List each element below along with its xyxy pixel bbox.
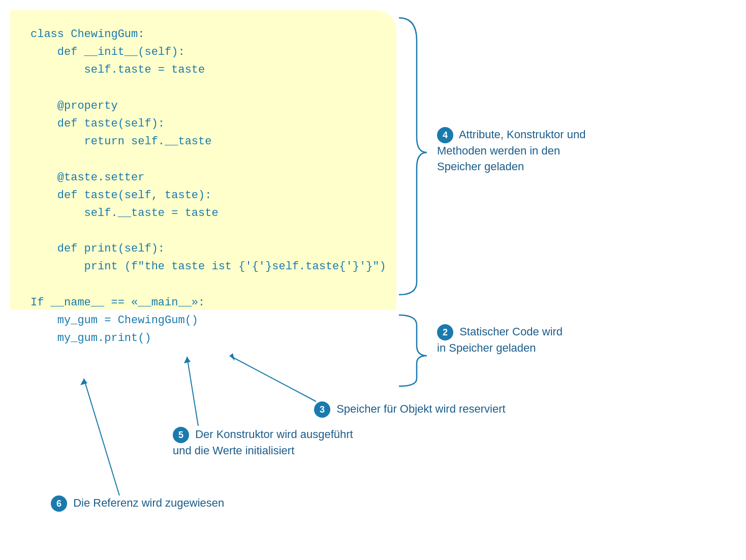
code-line-16: If __name__ == «__main__»:: [30, 294, 376, 312]
annotation-3-text: Speicher für Objekt wird reserviert: [336, 402, 506, 415]
annotation-5-number: 5: [173, 427, 189, 443]
annotation-3-number: 3: [314, 401, 330, 418]
code-line-2: def __init__(self):: [30, 43, 376, 61]
annotation-2-text: Statischer Code wirdin Speicher geladen: [437, 325, 563, 354]
annotation-4-text: Attribute, Konstruktor undMethoden werde…: [437, 128, 585, 173]
svg-marker-3: [184, 357, 191, 363]
annotation-2: 2 Statischer Code wirdin Speicher gelade…: [437, 324, 563, 356]
code-line-15: [30, 276, 376, 294]
code-line-1: class ChewingGum:: [30, 25, 376, 43]
code-line-3: self.taste = taste: [30, 61, 376, 79]
svg-line-4: [84, 379, 119, 495]
code-line-10: def taste(self, taste):: [30, 186, 376, 204]
svg-line-0: [230, 356, 316, 401]
code-line-18: my_gum.print(): [30, 329, 376, 347]
annotation-6: 6 Die Referenz wird zugewiesen: [51, 495, 224, 512]
annotation-4: 4 Attribute, Konstruktor undMethoden wer…: [437, 127, 585, 175]
annotation-3: 3 Speicher für Objekt wird reserviert: [314, 401, 506, 418]
annotation-4-number: 4: [437, 127, 453, 143]
code-line-12: [30, 222, 376, 240]
code-line-4: [30, 79, 376, 97]
annotation-6-number: 6: [51, 495, 67, 512]
annotation-6-text: Die Referenz wird zugewiesen: [73, 496, 224, 509]
code-line-13: def print(self):: [30, 240, 376, 258]
code-line-11: self.__taste = taste: [30, 204, 376, 222]
svg-marker-5: [80, 379, 87, 385]
code-line-9: @taste.setter: [30, 169, 376, 186]
code-line-5: @property: [30, 97, 376, 115]
code-line-8: [30, 150, 376, 168]
svg-line-2: [187, 357, 198, 426]
code-line-6: def taste(self):: [30, 115, 376, 133]
svg-marker-1: [230, 353, 235, 361]
code-line-14: print (f"the taste ist {'{'}self.taste{'…: [30, 258, 376, 275]
code-block: class ChewingGum: def __init__(self): se…: [10, 10, 396, 310]
code-line-17: my_gum = ChewingGum(): [30, 312, 376, 329]
code-line-7: return self.__taste: [30, 133, 376, 150]
annotation-5: 5 Der Konstruktor wird ausgeführtund die…: [173, 427, 353, 459]
main-container: class ChewingGum: def __init__(self): se…: [0, 0, 746, 560]
annotation-5-text: Der Konstruktor wird ausgeführtund die W…: [173, 428, 353, 457]
annotation-2-number: 2: [437, 324, 453, 340]
